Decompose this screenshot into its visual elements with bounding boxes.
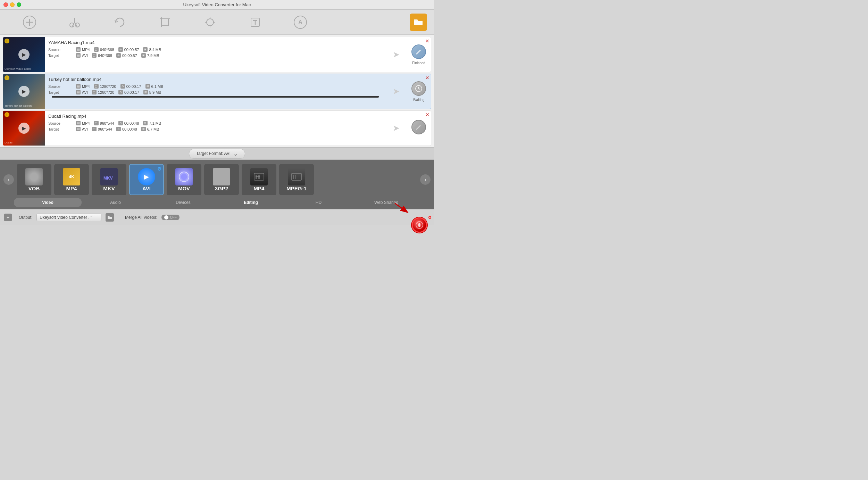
tab-hd[interactable]: HD: [285, 198, 352, 207]
format-mp4-4k[interactable]: 4K MP4: [54, 164, 89, 195]
toggle-off-label: OFF: [170, 215, 177, 219]
t-dur-icon-3: ⊙: [116, 127, 121, 131]
svg-line-23: [419, 89, 420, 89]
target-format-chevron: ⌄: [233, 150, 238, 157]
minimize-button[interactable]: [10, 2, 15, 7]
thumbnail-yamaha: i ▶ Ukeysoft Video Editor: [3, 37, 45, 72]
dur-icon-2: ⊙: [120, 84, 125, 89]
svg-text:A: A: [298, 19, 302, 25]
target-label-1: Target: [48, 53, 62, 58]
carousel-prev-button[interactable]: ‹: [3, 174, 14, 185]
pencil-icon-1: [415, 48, 423, 56]
mov-logo: [177, 170, 191, 184]
t-dur-icon-1: ⊙: [116, 53, 121, 58]
output-chevron-icon: ⌄⌃: [87, 215, 93, 219]
output-select[interactable]: Ukeysoft Video Converter ⌄⌃: [36, 214, 101, 221]
mp4-4k-label: MP4: [66, 185, 77, 191]
toolbar-crop-button[interactable]: [142, 12, 187, 33]
info-icon-3: i: [5, 112, 9, 117]
t-size-icon-2: ⊞: [143, 90, 148, 94]
file-item-balloon: ✕ i ▶ Turkey, hot air balloon Turkey hot…: [3, 74, 431, 109]
status-icon-1: [411, 44, 426, 59]
convert-button-wrapper: [428, 216, 431, 219]
toolbar-watermark-button[interactable]: [233, 12, 278, 33]
file-info-2: Turkey hot air balloon.mp4 Source ▤ MP4 …: [45, 74, 386, 109]
mkv-icon: MKV: [100, 168, 118, 185]
thumb-label-1: Ukeysoft Video Editor: [5, 67, 31, 71]
status-label-2: Waiting: [413, 98, 425, 102]
toolbar-audio-button[interactable]: A: [278, 12, 323, 33]
format-mp4-hd[interactable]: MP4: [242, 164, 276, 195]
format-icon-3: ▤: [76, 121, 81, 125]
mkv-logo: MKV: [102, 170, 116, 184]
toolbar-rotate-button[interactable]: [97, 12, 142, 33]
arrow-icon-3: ➤: [393, 123, 400, 133]
format-mpeg1[interactable]: MPEG-1: [279, 164, 314, 195]
output-folder-button[interactable]: [106, 213, 114, 222]
toolbar-cut-button[interactable]: [52, 12, 97, 33]
format-vob[interactable]: VOB: [17, 164, 51, 195]
convert-btn-outer-border: [428, 216, 431, 219]
format-3gp2[interactable]: 3GP2: [204, 164, 239, 195]
thumbnail-ducati: i ▶ Ducati: [3, 111, 45, 146]
mp4-hd-icon: [250, 168, 268, 185]
tab-video[interactable]: Video: [14, 198, 82, 207]
format-mov[interactable]: MOV: [167, 164, 201, 195]
target-format-button[interactable]: Target Format: AVI ⌄: [189, 149, 245, 159]
convert-button[interactable]: [412, 217, 427, 233]
thumb-label-2: Turkey, hot air balloon: [5, 104, 32, 107]
source-label-1: Source: [48, 48, 62, 52]
mov-label: MOV: [178, 185, 190, 191]
target-res-1: ▢ 640*368: [92, 53, 112, 58]
file-meta-row-target-2: Target ▤ AVI ▢ 1280*720 ⊙ 00:00:17: [48, 90, 382, 94]
vob-icon: [25, 168, 43, 185]
tab-editing[interactable]: Editing: [217, 198, 285, 207]
play-button-1[interactable]: ▶: [18, 49, 30, 60]
close-file-1-button[interactable]: ✕: [425, 39, 429, 43]
thumb-label-3: Ducati: [5, 141, 12, 144]
folder-icon: [414, 18, 423, 26]
target-res-2: ▢ 1280*720: [92, 90, 114, 94]
source-res-2: ▢ 1280*720: [94, 84, 116, 89]
watermark-icon: [248, 15, 262, 29]
add-file-button[interactable]: +: [4, 214, 12, 221]
toolbar-folder-button[interactable]: [410, 14, 427, 31]
tab-audio[interactable]: Audio: [82, 198, 149, 207]
arrow-icon-2: ➤: [393, 86, 400, 96]
format-avi[interactable]: ⚙ ▶ AVI: [129, 164, 164, 195]
format-mkv[interactable]: MKV MKV: [92, 164, 126, 195]
source-label-2: Source: [48, 84, 62, 89]
target-values-1: ▤ AVI ▢ 640*368 ⊙ 00:00:57 ⊞ 7.9 MB: [76, 53, 159, 58]
merge-toggle[interactable]: OFF: [161, 215, 180, 220]
source-size-3: ⊞ 7.1 MB: [143, 121, 161, 125]
t-format-icon-3: ▤: [76, 127, 81, 131]
file-item-yamaha: ✕ i ▶ Ukeysoft Video Editor YAMAHA Racin…: [3, 37, 431, 72]
tab-devices[interactable]: Devices: [149, 198, 217, 207]
close-file-2-button[interactable]: ✕: [425, 75, 429, 80]
t-format-icon-1: ▤: [76, 53, 81, 58]
carousel-next-button[interactable]: ›: [420, 174, 431, 185]
toolbar-effect-button[interactable]: [187, 12, 233, 33]
close-file-3-button[interactable]: ✕: [425, 112, 429, 117]
scissors-icon: [68, 15, 82, 29]
mpeg1-icon: [288, 168, 305, 185]
t-dur-icon-2: ⊙: [118, 90, 123, 94]
maximize-button[interactable]: [17, 2, 21, 7]
add-icon: [23, 15, 36, 29]
source-values-1: ▤ MP4 ▢ 640*368 ⊙ 00:00:57 ⊞ 8.4 MB: [76, 47, 161, 52]
close-button[interactable]: [3, 2, 8, 7]
info-icon-1: i: [5, 39, 9, 43]
3gp2-label: 3GP2: [215, 185, 228, 191]
t-res-icon-1: ▢: [92, 53, 97, 58]
toolbar-add-button[interactable]: [7, 12, 52, 33]
file-name-3: Ducati Racing.mp4: [48, 114, 382, 119]
arrow-3: ➤: [386, 111, 407, 146]
play-button-3[interactable]: ▶: [18, 123, 30, 134]
info-icon-2: i: [5, 75, 9, 80]
red-arrow-indicator: [393, 201, 410, 215]
gear-badge-avi: ⚙: [157, 166, 162, 172]
size-icon-2: ⊞: [145, 84, 150, 89]
play-button-2[interactable]: ▶: [18, 86, 30, 97]
source-dur-3: ⊙ 00:00:48: [118, 121, 139, 125]
dur-icon-3: ⊙: [118, 121, 123, 125]
